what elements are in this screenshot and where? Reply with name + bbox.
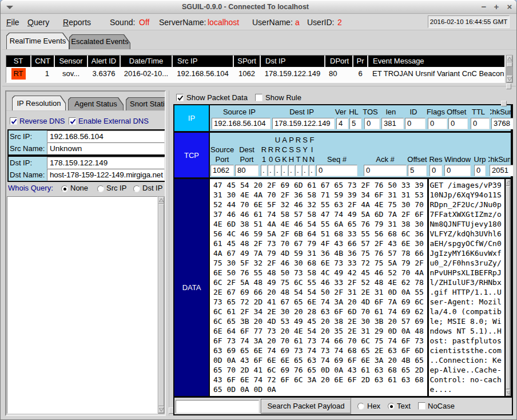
- ip-flags-field[interactable]: 0: [428, 118, 447, 129]
- close-button[interactable]: ×: [505, 0, 514, 14]
- tcp-seq-field[interactable]: 0: [316, 165, 357, 176]
- menu-file[interactable]: File: [6, 14, 19, 30]
- ip-ttl-field[interactable]: 0: [471, 118, 490, 129]
- ascii-scrollbar-thumb[interactable]: [506, 186, 510, 389]
- show-rule-checkbox[interactable]: [255, 94, 263, 101]
- tcp-flag-r0-field[interactable]: .: [268, 165, 274, 176]
- ip-tos-field[interactable]: 0: [364, 118, 380, 129]
- tcp-urp-field[interactable]: 0: [474, 165, 486, 176]
- reverse-dns-checkbox[interactable]: [10, 117, 17, 125]
- col-header-sport[interactable]: SPort: [234, 56, 260, 67]
- ascii-dump[interactable]: GET /images/vP39 10NJp/6XqY94o11S RDpn_2…: [429, 179, 505, 396]
- tcp-window-field[interactable]: 0: [444, 165, 471, 176]
- col-header-dst-ip[interactable]: Dst IP: [261, 56, 324, 67]
- tcp-source-port-field[interactable]: 1062: [210, 165, 234, 176]
- search-text-radio[interactable]: [388, 403, 395, 410]
- tcp-col-dest-port: Port: [235, 154, 258, 164]
- search-nocase-checkbox[interactable]: [418, 402, 425, 410]
- check-icon: [69, 118, 77, 125]
- scroll-up-icon[interactable]: [506, 179, 510, 185]
- ip-hl-field[interactable]: 5: [349, 118, 361, 129]
- whois-srcip-radio[interactable]: [97, 185, 104, 192]
- scroll-up-icon[interactable]: [158, 197, 164, 204]
- dst-name-field[interactable]: host-178-159-122-149.mirgiga.net: [47, 169, 165, 181]
- ip-id-field[interactable]: 0: [405, 118, 425, 129]
- horizontal-sash-grip[interactable]: [506, 84, 511, 89]
- hex-dump[interactable]: 47 45 54 20 2F 69 6D 61 67 65 73 2F 76 5…: [210, 179, 427, 396]
- tcp-flag-rst-field[interactable]: .: [295, 165, 301, 176]
- tcp-flag-urg-field[interactable]: .: [275, 165, 281, 176]
- horizontal-sash[interactable]: [2, 85, 516, 86]
- dst-ip-label: Dst IP:: [10, 157, 47, 169]
- ip-col-dest-ip: Dest IP: [271, 107, 333, 117]
- external-dns-checkbox[interactable]: [69, 117, 76, 125]
- tab-agent-status[interactable]: Agent Status: [68, 97, 124, 110]
- search-payload-input[interactable]: [176, 400, 259, 413]
- src-resolution-box: Src IP: 192.168.56.104 Src Name: Unknown: [7, 129, 166, 156]
- arrow-icon: [507, 77, 512, 81]
- tcp-flag-psh-field[interactable]: .: [288, 165, 295, 176]
- event-table-scrollbar[interactable]: [506, 55, 513, 83]
- vertical-sash[interactable]: [168, 90, 169, 415]
- tcp-ack-field[interactable]: 0: [364, 165, 407, 176]
- col-header-alert-id[interactable]: Alert ID: [88, 56, 120, 67]
- ip-len-field[interactable]: 381: [381, 118, 404, 129]
- tcp-flag-fin-field[interactable]: .: [309, 165, 315, 176]
- ip-resolution-panel: IP Resolution Agent Status Snort Statist…: [5, 90, 166, 416]
- show-packet-data-checkbox[interactable]: [176, 94, 184, 101]
- minimize-button[interactable]: −: [479, 0, 488, 14]
- tcp-flag-syn-field[interactable]: .: [302, 165, 308, 176]
- tcp-dest-port-field[interactable]: 80: [235, 165, 258, 176]
- whois-none-radio[interactable]: [61, 185, 68, 192]
- tab-ip-resolution[interactable]: IP Resolution: [12, 96, 66, 110]
- col-header-pr[interactable]: Pr: [353, 56, 367, 67]
- tcp-res-field[interactable]: 0: [429, 165, 442, 176]
- src-ip-field[interactable]: 192.168.56.104: [47, 130, 165, 142]
- search-packet-payload-button[interactable]: Search Packet Payload: [261, 399, 351, 414]
- col-header-event-message[interactable]: Event Message: [368, 56, 504, 67]
- src-name-field[interactable]: Unknown: [47, 142, 165, 154]
- whois-scrollbar[interactable]: [158, 196, 165, 414]
- tcp-flag-ack-field[interactable]: .: [281, 165, 288, 176]
- tcp-offset-field[interactable]: 5: [408, 165, 427, 176]
- ip-section-label: IP: [174, 105, 209, 131]
- event-scrollbar-thumb[interactable]: [507, 62, 512, 67]
- col-header-dport[interactable]: DPort: [325, 56, 352, 67]
- ip-source-ip-field[interactable]: 192.168.56.104: [212, 118, 271, 129]
- tab-escalated-events[interactable]: Escalated Events: [69, 34, 130, 49]
- menu-reports[interactable]: Reports: [63, 14, 91, 30]
- title-bar[interactable]: SGUIL-0.9.0 - Connected To localhost − +…: [1, 0, 516, 14]
- ascii-scrollbar[interactable]: [506, 179, 511, 396]
- col-header-src-ip[interactable]: Src IP: [173, 56, 233, 67]
- tcp-flag-r1-l3: 1: [261, 154, 267, 164]
- ip-offset-field[interactable]: 0: [448, 118, 468, 129]
- scroll-down-icon[interactable]: [506, 390, 510, 396]
- scroll-up-icon[interactable]: [507, 56, 512, 62]
- tcp-flag-fin-l1: F: [309, 135, 315, 145]
- maximize-button[interactable]: +: [492, 0, 501, 14]
- ip-dest-ip-field[interactable]: 178.159.122.149: [272, 118, 335, 129]
- tcp-col-dest: Dest: [235, 145, 258, 154]
- scroll-down-icon[interactable]: [158, 406, 164, 413]
- menu-query[interactable]: Query: [27, 14, 49, 30]
- ip-chksum-field[interactable]: 3768: [491, 118, 513, 129]
- ip-ver-field[interactable]: 4: [336, 118, 348, 129]
- scroll-down-icon[interactable]: [507, 76, 512, 82]
- col-header-st[interactable]: ST: [6, 56, 30, 67]
- whois-dstip-radio[interactable]: [133, 185, 140, 192]
- search-hex-radio[interactable]: [357, 403, 364, 410]
- ip-col-flags: Flags: [426, 107, 446, 117]
- whois-scrollbar-thumb[interactable]: [158, 204, 164, 406]
- whois-results-area[interactable]: [7, 196, 158, 414]
- packet-sash-grip[interactable]: [501, 101, 507, 106]
- dst-ip-field[interactable]: 178.159.122.149: [47, 157, 165, 169]
- tcp-col-offset: Offset: [406, 154, 428, 164]
- col-header-sensor[interactable]: Sensor: [55, 56, 87, 67]
- col-header-date-time[interactable]: Date/Time: [121, 56, 172, 67]
- tab-realtime-events[interactable]: RealTime Events: [6, 33, 69, 49]
- tcp-flag-r1-field[interactable]: .: [261, 165, 267, 176]
- tab-snort-statistics[interactable]: Snort Statistics: [126, 97, 166, 110]
- col-header-cnt[interactable]: CNT: [31, 56, 54, 67]
- tcp-chksum-field[interactable]: 2051: [490, 165, 513, 176]
- event-row[interactable]: RT 1 sov... 3.6376 2016-02-10... 192.168…: [6, 67, 504, 81]
